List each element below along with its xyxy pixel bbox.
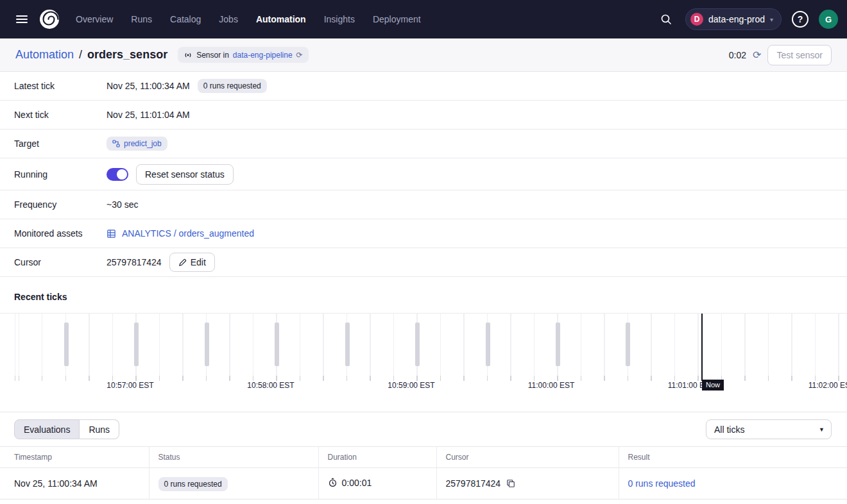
tick-bar[interactable]: [486, 323, 490, 366]
row-label: Frequency: [14, 199, 107, 210]
dagster-logo[interactable]: [37, 7, 62, 31]
reload-icon[interactable]: ⟳: [296, 51, 303, 59]
status-badge: 0 runs requested: [158, 477, 228, 491]
page-header: Automation / orders_sensor Sensor in dat…: [0, 38, 847, 72]
row-label: Running: [14, 169, 107, 180]
tick-bar[interactable]: [134, 323, 139, 366]
nav-item-deployment[interactable]: Deployment: [373, 14, 421, 24]
tick-bar[interactable]: [275, 323, 279, 366]
table-header-row: Timestamp Status Duration Cursor Result: [0, 447, 847, 468]
detail-row-monitored-assets: Monitored assets ANALYTICS / orders_augm…: [0, 219, 847, 248]
tab-runs[interactable]: Runs: [80, 419, 119, 439]
col-duration: Duration: [318, 447, 436, 468]
tick-bar[interactable]: [205, 323, 209, 366]
row-label: Target: [14, 139, 107, 149]
avatar[interactable]: G: [819, 10, 838, 29]
chevron-down-icon: ▾: [770, 16, 773, 23]
edit-button-label: Edit: [191, 257, 206, 267]
results-section: Evaluations Runs All ticks ▼ Timestamp S…: [0, 412, 847, 503]
page-header-actions: 0:02 ⟳ Test sensor: [729, 45, 832, 65]
breadcrumb-automation[interactable]: Automation: [15, 48, 74, 62]
detail-row-latest-tick: Latest tick Nov 25, 11:00:34 AM 0 runs r…: [0, 72, 847, 101]
nav-right: D data-eng-prod ▾ ? G: [653, 6, 838, 32]
tick-bar[interactable]: [64, 323, 69, 366]
latest-tick-value: Nov 25, 11:00:34 AM: [107, 81, 190, 91]
tick-bar[interactable]: [556, 323, 560, 366]
breadcrumb-separator: /: [79, 48, 82, 62]
table-row: Nov 25, 11:00:34 AM 0 runs requested 0:0…: [0, 468, 847, 500]
nav-item-catalog[interactable]: Catalog: [170, 14, 201, 24]
monitored-asset-link[interactable]: ANALYTICS / orders_augmented: [107, 228, 254, 239]
nav-item-runs[interactable]: Runs: [131, 14, 152, 24]
cell-status: 0 runs requested: [149, 468, 318, 500]
dagster-logo-icon: [38, 8, 61, 31]
asset-key: ANALYTICS / orders_augmented: [122, 228, 254, 239]
status-badge: 0 runs requested: [198, 79, 267, 93]
tick-countdown: 0:02: [729, 50, 746, 60]
toggle-knob: [117, 169, 127, 180]
detail-row-frequency: Frequency ~30 sec: [0, 190, 847, 219]
tab-evaluations[interactable]: Evaluations: [14, 419, 80, 439]
stopwatch-icon: [328, 478, 338, 487]
test-sensor-button[interactable]: Test sensor: [767, 45, 832, 65]
page-title: orders_sensor: [87, 48, 167, 62]
nav-item-overview[interactable]: Overview: [76, 14, 113, 24]
edit-cursor-button[interactable]: Edit: [169, 253, 215, 272]
col-status: Status: [149, 447, 318, 468]
detail-row-target: Target predict_job: [0, 130, 847, 158]
sensor-icon: [184, 51, 193, 60]
primary-nav: Overview Runs Catalog Jobs Automation In…: [76, 14, 421, 24]
axis-label: 11:02:00 EST: [809, 381, 847, 390]
row-label: Monitored assets: [14, 228, 107, 239]
reset-sensor-status-button[interactable]: Reset sensor status: [136, 164, 234, 185]
job-chip[interactable]: predict_job: [107, 137, 167, 151]
deployment-badge: D: [690, 13, 703, 26]
detail-row-next-tick: Next tick Nov 25, 11:01:04 AM: [0, 101, 847, 130]
pencil-icon: [178, 258, 187, 267]
recent-ticks-heading: Recent ticks: [0, 277, 847, 313]
frequency-value: ~30 sec: [107, 199, 138, 210]
ticks-filter-value: All ticks: [714, 424, 744, 435]
results-toolbar: Evaluations Runs All ticks ▼: [0, 412, 847, 446]
results-tabs: Evaluations Runs: [14, 419, 119, 439]
axis-label: 10:59:00 EST: [388, 381, 434, 390]
nav-item-insights[interactable]: Insights: [324, 14, 355, 24]
copy-icon: [506, 479, 515, 488]
help-button[interactable]: ?: [792, 11, 809, 28]
sensor-badge: Sensor in data-eng-pipeline ⟳: [178, 47, 309, 63]
pipeline-link[interactable]: data-eng-pipeline: [233, 51, 293, 60]
nav-item-automation[interactable]: Automation: [256, 14, 306, 24]
next-tick-value: Nov 25, 11:01:04 AM: [107, 110, 190, 120]
asset-table-icon: [107, 229, 116, 239]
nav-item-jobs[interactable]: Jobs: [219, 14, 238, 24]
refresh-icon[interactable]: ⟳: [753, 50, 761, 60]
axis-label: 10:58:00 EST: [247, 381, 294, 390]
menu-button[interactable]: [9, 6, 35, 32]
now-line: [701, 314, 703, 381]
cell-cursor: 25797817424: [436, 468, 619, 500]
job-name: predict_job: [124, 139, 162, 148]
col-timestamp: Timestamp: [0, 447, 149, 468]
detail-row-cursor: Cursor 25797817424 Edit: [0, 248, 847, 277]
result-link[interactable]: 0 runs requested: [628, 478, 696, 489]
tick-bar[interactable]: [345, 323, 350, 366]
ticks-filter-select[interactable]: All ticks ▼: [706, 419, 832, 439]
search-button[interactable]: [653, 6, 679, 32]
deployment-switcher[interactable]: D data-eng-prod ▾: [685, 8, 782, 30]
tick-bar[interactable]: [415, 323, 420, 366]
ticks-timeline: 10:57:00 EST10:58:00 EST10:59:00 EST11:0…: [0, 313, 847, 392]
timeline-bars: [0, 314, 847, 376]
copy-cursor-button[interactable]: [506, 479, 515, 488]
running-toggle[interactable]: [107, 168, 128, 181]
evaluations-table: Timestamp Status Duration Cursor Result …: [0, 446, 847, 503]
col-cursor: Cursor: [436, 447, 619, 468]
axis-label: 10:57:00 EST: [107, 381, 153, 390]
now-label: Now: [702, 380, 724, 391]
tick-bar[interactable]: [626, 323, 630, 366]
sensor-details: Latest tick Nov 25, 11:00:34 AM 0 runs r…: [0, 72, 847, 277]
app-root: Overview Runs Catalog Jobs Automation In…: [0, 0, 847, 503]
duration-value: 0:00:01: [342, 478, 372, 488]
row-label: Cursor: [14, 257, 107, 267]
detail-row-running: Running Reset sensor status: [0, 158, 847, 190]
question-mark-icon: ?: [798, 14, 803, 24]
